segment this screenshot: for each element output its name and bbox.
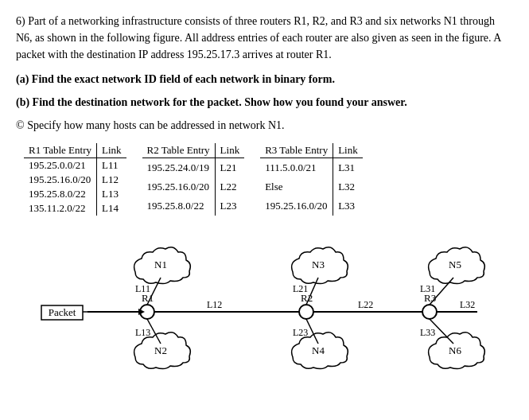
table-row: Else L32 xyxy=(260,177,363,196)
routing-tables: R1 Table Entry Link 195.25.0.0/21 L11 19… xyxy=(24,143,513,216)
n4-cloud: N4 xyxy=(292,332,348,369)
subquestion-a: (a) Find the exact network ID field of e… xyxy=(16,71,513,88)
table-row: 195.25.16.0/20 L33 xyxy=(260,196,363,216)
l32-label: L32 xyxy=(460,299,475,310)
r3-entry-1: 111.5.0.0/21 xyxy=(260,158,333,178)
r1-link-2: L12 xyxy=(97,173,126,187)
problem-number: 6) xyxy=(16,15,25,27)
table-row: 195.25.8.0/22 L23 xyxy=(142,196,245,216)
r1-header-entry: R1 Table Entry xyxy=(24,143,97,158)
r2-header-link: Link xyxy=(215,143,244,158)
r3-link-1: L31 xyxy=(333,158,363,178)
r3-circle xyxy=(422,305,437,319)
svg-line-3 xyxy=(306,278,318,305)
r1-link-3: L13 xyxy=(97,187,126,201)
n3-label: N3 xyxy=(312,259,325,270)
n4-label: N4 xyxy=(312,344,325,356)
table-row: 195.25.8.0/22 L13 xyxy=(24,187,126,201)
problem-text: 6) Part of a networking infrastructure c… xyxy=(16,13,513,63)
r3-header-entry: R3 Table Entry xyxy=(260,143,333,158)
r1-link-1: L11 xyxy=(97,158,126,173)
subquestion-b: (b) Find the destination network for the… xyxy=(16,94,513,111)
r1-entry-1: 195.25.0.0/21 xyxy=(24,158,97,173)
n5-cloud: N5 xyxy=(429,247,485,284)
n6-label: N6 xyxy=(449,344,461,356)
r2-table: R2 Table Entry Link 195.25.24.0/19 L21 1… xyxy=(142,143,245,216)
r3-link-3: L33 xyxy=(333,196,363,216)
l23-label: L23 xyxy=(293,327,308,338)
r1-text: R1 xyxy=(142,292,154,304)
diagram-svg: N1 N2 N3 N4 N5 N6 xyxy=(24,228,517,379)
r2-entry-1: 195.25.24.0/19 xyxy=(142,158,216,178)
r1-circle xyxy=(140,305,154,319)
svg-line-2 xyxy=(147,319,161,344)
r1-entry-3: 195.25.8.0/22 xyxy=(24,187,97,201)
r2-header-entry: R2 Table Entry xyxy=(142,143,216,158)
r2-circle xyxy=(299,305,313,319)
r3-entry-2: Else xyxy=(260,177,333,196)
n6-cloud: N6 xyxy=(429,332,485,369)
r3-header-link: Link xyxy=(333,143,363,158)
l31-label: L31 xyxy=(420,283,435,294)
r1-link-4: L14 xyxy=(97,201,126,216)
r1-entry-4: 135.11.2.0/22 xyxy=(24,201,97,216)
l13-label: L13 xyxy=(135,327,150,338)
r1-entry-2: 195.25.16.0/20 xyxy=(24,173,97,187)
packet-box xyxy=(41,305,83,320)
r2-link-2: L22 xyxy=(215,177,244,196)
n2-label: N2 xyxy=(154,344,167,356)
n2-cloud: N2 xyxy=(134,332,191,369)
svg-marker-8 xyxy=(138,309,145,315)
r3-entry-3: 195.25.16.0/20 xyxy=(260,196,333,216)
r1-header-link: Link xyxy=(97,143,126,158)
l11-label: L11 xyxy=(135,283,150,294)
r2-entry-3: 195.25.8.0/22 xyxy=(142,196,216,216)
table-row: 195.25.0.0/21 L11 xyxy=(24,158,126,173)
table-row: 195.25.24.0/19 L21 xyxy=(142,158,245,178)
r2-link-1: L21 xyxy=(215,158,244,178)
n1-label: N1 xyxy=(154,259,167,270)
network-diagram: N1 N2 N3 N4 N5 N6 xyxy=(24,228,517,379)
problem-body: Part of a networking infrastructure cons… xyxy=(16,15,501,60)
r3-text: R3 xyxy=(424,292,436,304)
table-row: 135.11.2.0/22 L14 xyxy=(24,201,126,216)
r1-table: R1 Table Entry Link 195.25.0.0/21 L11 19… xyxy=(24,143,126,216)
svg-line-1 xyxy=(147,278,161,305)
n1-cloud: N1 xyxy=(134,247,191,284)
table-row: 195.25.16.0/20 L12 xyxy=(24,173,126,187)
svg-line-4 xyxy=(306,319,318,344)
l21-label: L21 xyxy=(293,283,308,294)
r2-entry-2: 195.25.16.0/20 xyxy=(142,177,216,196)
svg-line-6 xyxy=(430,319,453,344)
table-row: 195.25.16.0/20 L22 xyxy=(142,177,245,196)
n3-cloud: N3 xyxy=(292,247,348,284)
r3-link-2: L32 xyxy=(333,177,363,196)
l22-label: L22 xyxy=(358,299,373,310)
l12-label: L12 xyxy=(207,299,222,310)
n5-label: N5 xyxy=(449,259,461,270)
subquestion-c: © Specify how many hosts can be addresse… xyxy=(16,117,513,134)
svg-line-5 xyxy=(430,278,453,305)
table-row: 111.5.0.0/21 L31 xyxy=(260,158,363,178)
r2-text: R2 xyxy=(301,292,313,304)
r2-link-3: L23 xyxy=(215,196,244,216)
r3-table: R3 Table Entry Link 111.5.0.0/21 L31 Els… xyxy=(260,143,363,216)
l33-label: L33 xyxy=(420,327,435,338)
packet-label: Packet xyxy=(49,306,76,318)
